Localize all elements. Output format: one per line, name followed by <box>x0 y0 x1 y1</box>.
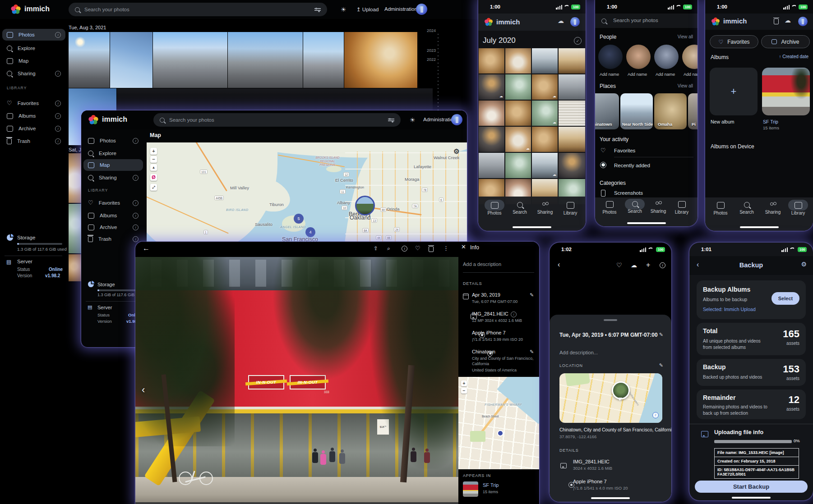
people-view-all[interactable]: View all <box>678 34 693 39</box>
photo-thumbnail[interactable]: ☁ <box>532 153 558 178</box>
photo-thumbnail[interactable] <box>559 74 585 100</box>
settings-gear-icon[interactable]: ⚙ <box>801 261 807 268</box>
sidebar-item-explore[interactable]: Explore <box>2 42 65 54</box>
nav-photos[interactable]: Photos <box>597 201 622 215</box>
minimap-zoom-out[interactable]: − <box>461 388 467 394</box>
archive-button[interactable]: Archive <box>761 35 810 48</box>
photo-thumbnail[interactable] <box>505 153 531 178</box>
nav-sharing[interactable]: Sharing <box>760 202 785 215</box>
recently-added-row[interactable]: Recently added <box>614 163 650 168</box>
info-icon[interactable]: i <box>133 236 139 242</box>
filter-icon[interactable] <box>388 118 394 122</box>
nav-library[interactable]: Library <box>669 201 694 215</box>
photo-thumbnail[interactable] <box>532 48 558 73</box>
info-icon[interactable]: i <box>133 225 139 230</box>
info-icon[interactable]: i <box>660 262 665 268</box>
zoom-icon[interactable]: ⌕ <box>387 245 390 252</box>
search-input[interactable]: Search your photos <box>153 113 401 127</box>
share-icon[interactable]: ⇪ <box>374 245 378 252</box>
avatar[interactable] <box>451 114 462 125</box>
photo-thumbnail[interactable] <box>559 153 585 178</box>
info-icon[interactable]: i <box>133 138 139 144</box>
map-photo-marker[interactable] <box>355 196 375 215</box>
sidebar-item-archive[interactable]: Archive i <box>2 123 65 134</box>
favorites-row[interactable]: Favorites <box>614 148 635 153</box>
info-icon[interactable]: i <box>133 213 139 219</box>
start-backup-button[interactable]: Start Backup <box>695 481 808 493</box>
map-fullscreen-button[interactable]: ⤢ <box>150 184 157 191</box>
minimap-zoom-in[interactable]: + <box>461 380 467 386</box>
place-card[interactable]: Pi <box>688 93 698 129</box>
avatar[interactable] <box>416 4 427 15</box>
person-avatar[interactable] <box>654 45 679 69</box>
info-icon[interactable]: i <box>133 175 139 181</box>
close-icon[interactable]: ✕ <box>461 243 466 250</box>
search-input[interactable]: Search your photos <box>613 18 658 23</box>
photo-thumbnail[interactable]: ☁ <box>532 101 558 126</box>
edit-date-icon[interactable]: ✎ <box>530 292 534 298</box>
map-zoom-out-button[interactable]: − <box>150 156 157 163</box>
cloud-download-icon[interactable]: ☁ <box>631 261 637 269</box>
map-cluster-marker[interactable]: 5 <box>294 214 304 224</box>
nav-photos[interactable]: Photos <box>708 202 733 215</box>
photo-thumbnail[interactable] <box>110 32 152 88</box>
nav-search[interactable]: Search <box>507 202 532 215</box>
photo-thumbnail[interactable] <box>479 153 504 178</box>
photo-thumbnail[interactable] <box>344 32 417 88</box>
nav-search[interactable]: Search <box>622 201 647 214</box>
photo-thumbnail[interactable] <box>303 32 344 88</box>
upload-button[interactable]: ↥ Upload <box>356 6 379 13</box>
location-minimap[interactable]: FISHERMAN'S WHARF Beach Street + − <box>458 377 539 469</box>
places-view-all[interactable]: View all <box>678 83 693 88</box>
delete-icon[interactable] <box>429 246 434 254</box>
search-input[interactable]: Search your photos <box>69 3 327 16</box>
album-row[interactable]: SF Trip 15 items <box>463 481 535 497</box>
info-icon[interactable]: i <box>55 101 61 106</box>
theme-toggle-icon[interactable]: ☀ <box>410 116 416 124</box>
sidebar-item-sharing[interactable]: Sharing i <box>83 172 143 183</box>
home-indicator[interactable] <box>732 497 771 499</box>
filter-icon[interactable] <box>314 7 321 12</box>
favorite-icon[interactable]: ♡ <box>616 261 622 269</box>
photo-thumbnail[interactable] <box>69 254 81 281</box>
new-album-card[interactable]: + <box>710 68 758 115</box>
sidebar-item-photos[interactable]: Photos i <box>2 29 65 41</box>
sidebar-item-albums[interactable]: Albums i <box>83 210 143 221</box>
back-icon[interactable]: ‹ <box>558 261 560 269</box>
nav-library[interactable]: Library <box>558 202 583 215</box>
photo-thumbnail[interactable] <box>228 32 303 88</box>
photo-thumbnail[interactable] <box>479 101 504 126</box>
avatar[interactable] <box>570 17 580 27</box>
sidebar-item-trash[interactable]: Trash i <box>2 135 65 147</box>
photo-viewer-image[interactable]: IN-N-OUT IN-N-OUT 333 $18⁷⁵ <box>135 257 458 504</box>
person-add-name[interactable]: Add name <box>684 72 698 77</box>
person-add-name[interactable]: Add name <box>628 72 647 77</box>
albums-sort[interactable]: ↑ Created date <box>779 54 808 59</box>
favorites-button[interactable]: ♡ Favorites <box>710 35 758 48</box>
add-description-field[interactable]: Add description... <box>559 350 598 355</box>
info-icon[interactable]: i <box>55 138 61 144</box>
info-icon[interactable]: i <box>55 113 61 119</box>
person-avatar[interactable] <box>598 45 623 69</box>
info-icon[interactable]: i <box>402 246 407 252</box>
photo-thumbnail[interactable] <box>479 127 504 152</box>
person-avatar[interactable] <box>682 45 698 69</box>
photo-thumbnail[interactable] <box>153 32 227 88</box>
cloud-sync-icon[interactable]: ☁ <box>558 17 564 24</box>
map-toggle-button[interactable]: Ø <box>150 174 157 181</box>
photo-thumbnail[interactable]: ☁ <box>505 127 531 152</box>
person-add-name[interactable]: Add name <box>600 72 619 77</box>
map-zoom-in-button[interactable]: + <box>150 148 157 155</box>
map-cluster-marker[interactable]: 4 <box>305 227 315 237</box>
sidebar-item-favorites[interactable]: ♡ Favorites i <box>2 97 65 109</box>
nav-search[interactable]: Search <box>734 202 759 215</box>
trash-icon[interactable] <box>774 18 779 26</box>
photo-thumbnail[interactable]: ☁ <box>532 74 558 100</box>
edit-location-icon[interactable]: ✎ <box>659 362 663 368</box>
add-description-field[interactable]: Add a description <box>463 261 501 267</box>
photo-thumbnail[interactable] <box>479 48 504 73</box>
photo-thumbnail[interactable] <box>69 204 81 253</box>
sidebar-item-favorites[interactable]: ♡ Favorites i <box>83 197 143 209</box>
edit-date-icon[interactable]: ✎ <box>659 332 663 338</box>
photo-thumbnail[interactable] <box>505 48 531 73</box>
